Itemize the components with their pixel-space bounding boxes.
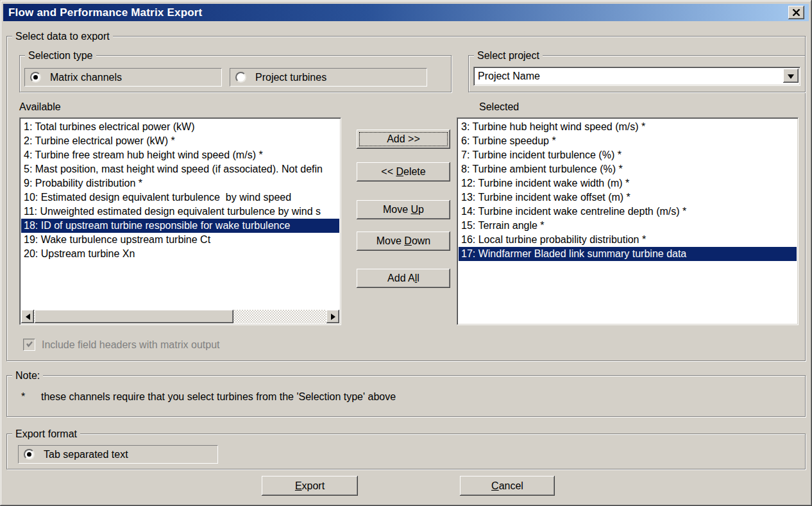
list-item[interactable]: 12: Turbine incident wake width (m) * <box>459 176 797 190</box>
scroll-left-icon <box>26 314 30 320</box>
select-project-label: Select project <box>474 49 543 62</box>
cancel-button-label: Cancel <box>491 480 523 492</box>
radio-selected-icon <box>30 72 41 83</box>
project-combobox-value: Project Name <box>478 69 540 83</box>
scrollbar-thumb[interactable] <box>35 310 233 323</box>
selection-type-label: Selection type <box>25 49 96 62</box>
list-item[interactable]: 1: Total turbines electrical power (kW) <box>21 120 339 134</box>
radio-tab-separated[interactable]: Tab separated text <box>18 445 218 464</box>
radio-selected-icon <box>24 449 35 460</box>
scroll-left-button[interactable] <box>21 310 34 323</box>
scroll-right-button[interactable] <box>326 310 339 323</box>
list-item[interactable]: 16: Local turbine probability distributi… <box>459 233 797 247</box>
add-all-button[interactable]: Add All <box>357 269 450 288</box>
include-headers-label: Include field headers with matrix output <box>42 339 219 351</box>
note-group: Note: * these channels require that you … <box>6 375 806 417</box>
list-item[interactable]: 2: Turbine electrical power (kW) * <box>21 134 339 148</box>
add-button[interactable]: Add >> <box>357 130 450 149</box>
list-item[interactable]: 19: Wake turbulence upstream turbine Ct <box>21 233 339 247</box>
export-button[interactable]: Export <box>262 476 358 496</box>
list-item[interactable]: 4: Turbine free stream hub height wind s… <box>21 148 339 162</box>
list-item[interactable]: 6: Turbine speedup * <box>459 134 797 148</box>
move-up-button[interactable]: Move Up <box>357 200 450 219</box>
list-item[interactable]: 5: Mast position, mast height wind speed… <box>21 162 339 176</box>
move-down-button-label: Move Down <box>376 235 431 247</box>
radio-unselected-icon <box>235 72 246 83</box>
selected-listbox[interactable]: 3: Turbine hub height wind speed (m/s) *… <box>457 117 799 325</box>
combobox-dropdown-button[interactable] <box>783 69 799 83</box>
list-item-selected[interactable]: 17: Windfarmer Bladed link summary turbi… <box>459 247 797 261</box>
title-bar[interactable]: Flow and Performance Matrix Export <box>3 4 809 21</box>
delete-button[interactable]: << Delete <box>357 162 450 181</box>
export-dialog: Flow and Performance Matrix Export Selec… <box>0 0 812 506</box>
export-button-label: Export <box>295 480 325 492</box>
available-listbox[interactable]: 1: Total turbines electrical power (kW) … <box>19 117 341 325</box>
note-group-label: Note: <box>12 369 43 382</box>
radio-tab-separated-label: Tab separated text <box>44 449 128 460</box>
select-data-group-label: Select data to export <box>12 30 113 42</box>
list-item[interactable]: 20: Upstream turbine Xn <box>21 247 339 261</box>
list-item[interactable]: 11: Unweighted estimated design equivale… <box>21 205 339 219</box>
move-down-button[interactable]: Move Down <box>357 232 450 251</box>
available-label: Available <box>19 101 61 113</box>
list-item[interactable]: 15: Terrain angle * <box>459 219 797 233</box>
list-item-selected[interactable]: 18: ID of upstream turbine responsible f… <box>21 219 339 233</box>
include-headers-row: Include field headers with matrix output <box>23 339 219 351</box>
include-headers-checkbox <box>23 339 35 351</box>
horizontal-scrollbar[interactable] <box>21 310 339 323</box>
scroll-right-icon <box>331 314 335 320</box>
list-item[interactable]: 10: Estimated design equivalent turbulen… <box>21 190 339 205</box>
dropdown-arrow-icon <box>788 74 794 79</box>
export-format-label: Export format <box>12 428 80 440</box>
radio-matrix-channels-label: Matrix channels <box>50 72 122 83</box>
note-marker: * <box>21 391 25 403</box>
radio-project-turbines[interactable]: Project turbines <box>230 68 427 87</box>
list-item[interactable]: 3: Turbine hub height wind speed (m/s) * <box>459 120 797 134</box>
radio-matrix-channels[interactable]: Matrix channels <box>24 68 222 87</box>
note-text: these channels require that you select t… <box>41 391 396 403</box>
delete-button-label: << Delete <box>381 166 425 178</box>
list-item[interactable]: 9: Probability distribution * <box>21 176 339 190</box>
add-all-button-label: Add All <box>387 273 419 284</box>
add-button-label: Add >> <box>387 133 420 145</box>
selected-label: Selected <box>479 101 519 113</box>
close-icon <box>792 7 800 19</box>
dialog-title: Flow and Performance Matrix Export <box>3 6 202 19</box>
project-combobox[interactable]: Project Name <box>473 67 800 86</box>
list-item[interactable]: 8: Turbine ambient turbulence (%) * <box>459 162 797 176</box>
close-button[interactable] <box>788 6 804 19</box>
move-up-button-label: Move Up <box>383 204 424 215</box>
cancel-button[interactable]: Cancel <box>460 476 555 496</box>
list-item[interactable]: 13: Turbine incident wake offset (m) * <box>459 190 797 205</box>
list-item[interactable]: 14: Turbine incident wake centreline dep… <box>459 205 797 219</box>
radio-project-turbines-label: Project turbines <box>255 72 326 83</box>
list-item[interactable]: 7: Turbine incident turbulence (%) * <box>459 148 797 162</box>
checkmark-icon <box>26 339 33 351</box>
